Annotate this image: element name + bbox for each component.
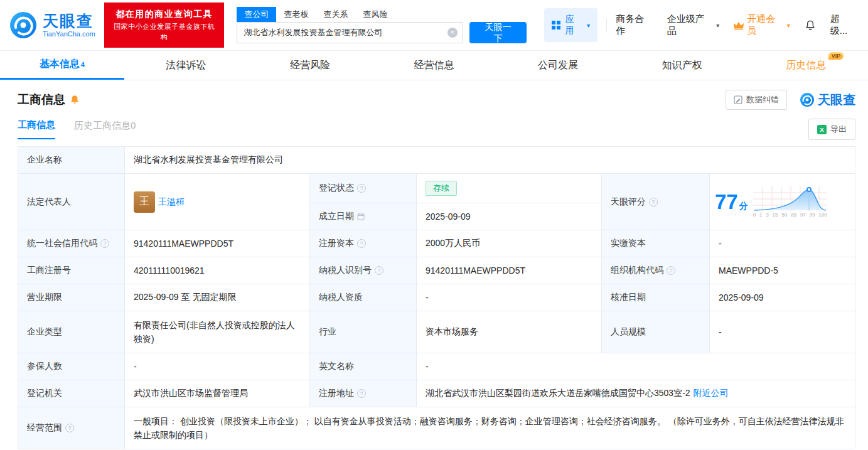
- header-divider: [606, 19, 607, 31]
- tianyancha-logo-icon: [800, 92, 815, 107]
- search-tab-boss[interactable]: 查老板: [276, 7, 316, 22]
- chevron-down-icon: ▾: [587, 22, 590, 29]
- search-tab-risk[interactable]: 查风险: [355, 7, 395, 22]
- search-tab-company[interactable]: 查公司: [237, 7, 276, 22]
- value-organization-code: MAEWPPDD-5: [710, 257, 855, 284]
- label-paid-in-capital: 实缴资本: [602, 230, 710, 257]
- label-english-name: 英文名称: [310, 353, 417, 380]
- help-icon[interactable]: ?: [649, 198, 658, 206]
- link-enterprise-products[interactable]: 企业级产品 ▾: [667, 13, 720, 37]
- promo-badge: 都在用的商业查询工具 国家中小企业发展子基金旗下机构: [104, 3, 225, 48]
- value-establishment-date: 2025-09-09: [417, 203, 602, 230]
- label-staff-size: 人员规模: [602, 311, 710, 353]
- score-axis-ticks: 01 315 5085 9799 100: [753, 212, 827, 218]
- apps-menu[interactable]: 应用 ▾: [544, 8, 597, 42]
- help-icon[interactable]: ?: [667, 266, 675, 275]
- label-legal-representative: 法定代表人: [18, 174, 125, 230]
- search-tab-relation[interactable]: 查关系: [316, 7, 355, 22]
- help-icon[interactable]: ?: [375, 266, 383, 275]
- value-insured-count: -: [125, 353, 310, 380]
- link-open-membership[interactable]: 开通会员 ▾: [733, 13, 790, 37]
- export-button[interactable]: X 导出: [808, 119, 855, 140]
- nearby-companies-link[interactable]: 附近公司: [694, 388, 729, 399]
- tab-company-development[interactable]: 公司发展: [496, 51, 620, 80]
- chevron-down-icon: ▾: [716, 22, 719, 29]
- label-industry: 行业: [310, 311, 417, 353]
- help-icon[interactable]: ?: [100, 239, 109, 248]
- data-correction-button[interactable]: 数据纠错: [726, 90, 787, 110]
- link-business-cooperation[interactable]: 商务合作: [616, 13, 653, 37]
- label-business-term: 营业期限: [18, 284, 125, 311]
- promo-line1: 都在用的商业查询工具: [110, 8, 218, 21]
- business-info-table: 企业名称 湖北省水利发展投资基金管理有限公司 法定代表人 王 王溢桓 登记状态?…: [18, 146, 855, 449]
- subtab-history-business-info[interactable]: 历史工商信息0: [74, 120, 136, 139]
- top-header: 天眼查 TianYanCha.com 都在用的商业查询工具 国家中小企业发展子基…: [0, 0, 868, 50]
- label-establishment-date: 成立日期: [310, 203, 417, 230]
- tab-basic-info[interactable]: 基本信息4: [0, 51, 124, 80]
- apps-label: 应用: [565, 14, 582, 36]
- top-nav-links: 商务合作 企业级产品 ▾ 开通会员 ▾ 超级...: [616, 13, 859, 37]
- value-approval-date: 2025-09-09: [710, 284, 855, 311]
- value-staff-size: -: [710, 311, 855, 353]
- label-insured-count: 参保人数: [18, 353, 125, 380]
- crown-icon: [733, 21, 744, 30]
- vip-badge: VIP: [828, 52, 844, 60]
- business-info-subtabs: 工商信息 历史工商信息0 X 导出: [0, 115, 868, 140]
- tianyancha-logo-icon: [9, 11, 38, 40]
- label-taxpayer-id: 纳税人识别号?: [310, 257, 417, 284]
- tianyancha-logo[interactable]: 天眼查 TianYanCha.com: [9, 11, 95, 40]
- label-approval-date: 核准日期: [602, 284, 710, 311]
- tab-legal-proceedings[interactable]: 法律诉讼: [124, 51, 249, 80]
- value-registered-capital: 2000万人民币: [417, 230, 602, 257]
- value-tianyan-score: 77分 01: [710, 174, 855, 230]
- section-header: 工商信息 数据纠错 天眼查: [0, 80, 868, 115]
- search-input[interactable]: [237, 22, 463, 43]
- value-business-term: 2025-09-09 至 无固定期限: [125, 284, 310, 311]
- chevron-down-icon: ▾: [787, 22, 790, 29]
- label-tianyan-score: 天眼评分?: [602, 174, 710, 230]
- tab-intellectual-property[interactable]: 知识产权: [620, 51, 744, 80]
- value-business-scope: 一般项目： 创业投资（限投资未上市企业）； 以自有资金从事投资活动；融资咨询服务…: [125, 407, 855, 449]
- search-area: 查公司 查老板 查关系 查风险 × 天眼一下: [237, 7, 527, 43]
- value-taxpayer-id: 91420111MAEWPPDD5T: [417, 257, 602, 284]
- value-legal-representative: 王 王溢桓: [125, 174, 310, 230]
- apps-grid-icon: [552, 21, 560, 29]
- help-icon[interactable]: ?: [357, 184, 366, 193]
- label-credit-code: 统一社会信用代码?: [18, 230, 125, 257]
- promo-line2: 国家中小企业发展子基金旗下机构: [110, 21, 218, 43]
- label-registered-address: 注册地址?: [310, 380, 417, 407]
- clear-icon[interactable]: ×: [447, 28, 458, 38]
- link-super-vip[interactable]: 超级...: [830, 13, 857, 37]
- score-unit: 分: [739, 201, 748, 211]
- tab-history-info[interactable]: 历史信息 VIP: [744, 51, 868, 80]
- label-business-scope: 经营范围?: [18, 407, 125, 449]
- value-registered-address: 湖北省武汉市洪山区梨园街道欢乐大道岳家嘴德成国贸中心3503室-2 附近公司: [417, 380, 855, 407]
- value-registration-authority: 武汉市洪山区市场监督管理局: [125, 380, 310, 407]
- value-registration-number: 420111110019621: [125, 257, 310, 284]
- subtab-business-info[interactable]: 工商信息: [18, 119, 55, 139]
- score-chart: 01 315 5085 9799 100: [753, 186, 827, 218]
- logo-domain-text: TianYanCha.com: [43, 30, 95, 38]
- value-industry: 资本市场服务: [417, 311, 602, 353]
- value-english-name: -: [417, 353, 855, 380]
- tianyancha-watermark: 天眼查: [800, 92, 855, 109]
- help-icon[interactable]: ?: [357, 389, 366, 398]
- label-registered-capital: 注册资本?: [310, 230, 417, 257]
- tab-operating-info[interactable]: 经营信息: [372, 51, 496, 80]
- announcement-bell-icon: [70, 95, 80, 105]
- notification-bell-icon[interactable]: [804, 19, 817, 31]
- legal-representative-link[interactable]: 王溢桓: [158, 196, 185, 208]
- value-registration-status: 存续: [417, 174, 602, 203]
- svg-text:X: X: [820, 126, 824, 133]
- avatar[interactable]: 王: [134, 191, 155, 213]
- help-icon[interactable]: ?: [357, 239, 366, 248]
- calendar-icon[interactable]: [357, 213, 365, 220]
- help-icon[interactable]: ?: [65, 424, 74, 432]
- tab-operating-risk[interactable]: 经营风险: [248, 51, 372, 80]
- label-organization-code: 组织机构代码?: [602, 257, 710, 284]
- search-button[interactable]: 天眼一下: [469, 22, 527, 43]
- logo-brand-text: 天眼查: [43, 12, 95, 30]
- value-company-type: 有限责任公司(非自然人投资或控股的法人独资): [125, 311, 310, 353]
- section-title: 工商信息: [18, 92, 80, 108]
- label-company-name: 企业名称: [18, 147, 125, 174]
